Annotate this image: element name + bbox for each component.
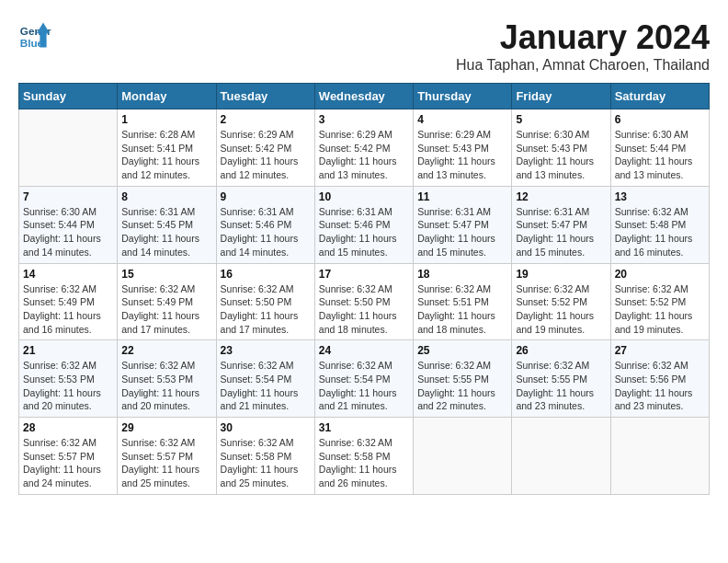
calendar-cell: 15Sunrise: 6:32 AMSunset: 5:49 PMDayligh…: [118, 263, 216, 340]
day-info: Sunrise: 6:32 AMSunset: 5:51 PMDaylight:…: [417, 282, 507, 337]
day-number: 21: [23, 344, 113, 357]
day-info: Sunrise: 6:30 AMSunset: 5:44 PMDaylight:…: [23, 205, 113, 259]
logo-icon: General Blue: [18, 18, 51, 52]
calendar-cell: [512, 418, 610, 495]
day-number: 9: [221, 190, 311, 203]
day-number: 5: [516, 113, 606, 126]
day-number: 31: [319, 421, 409, 434]
day-info: Sunrise: 6:32 AMSunset: 5:48 PMDaylight:…: [615, 205, 705, 259]
day-info: Sunrise: 6:32 AMSunset: 5:58 PMDaylight:…: [221, 436, 311, 490]
day-header-wednesday: Wednesday: [314, 84, 413, 109]
day-number: 7: [23, 190, 113, 203]
day-info: Sunrise: 6:30 AMSunset: 5:43 PMDaylight:…: [516, 128, 606, 182]
day-info: Sunrise: 6:32 AMSunset: 5:53 PMDaylight:…: [23, 359, 113, 413]
calendar-cell: 11Sunrise: 6:31 AMSunset: 5:47 PMDayligh…: [414, 186, 512, 263]
calendar-cell: 27Sunrise: 6:32 AMSunset: 5:56 PMDayligh…: [610, 340, 709, 418]
day-info: Sunrise: 6:32 AMSunset: 5:52 PMDaylight:…: [516, 282, 606, 337]
day-number: 8: [121, 190, 211, 203]
calendar-cell: 4Sunrise: 6:29 AMSunset: 5:43 PMDaylight…: [414, 109, 512, 187]
calendar-cell: [19, 109, 118, 187]
calendar-cell: 8Sunrise: 6:31 AMSunset: 5:45 PMDaylight…: [118, 186, 216, 263]
calendar-cell: 6Sunrise: 6:30 AMSunset: 5:44 PMDaylight…: [610, 109, 709, 187]
day-info: Sunrise: 6:32 AMSunset: 5:56 PMDaylight:…: [615, 359, 705, 413]
day-number: 15: [121, 268, 211, 281]
day-header-monday: Monday: [118, 84, 216, 109]
day-info: Sunrise: 6:29 AMSunset: 5:42 PMDaylight:…: [319, 128, 409, 182]
day-header-thursday: Thursday: [414, 84, 512, 109]
month-title: January 2024: [456, 18, 710, 57]
day-number: 30: [221, 421, 311, 434]
day-info: Sunrise: 6:32 AMSunset: 5:49 PMDaylight:…: [121, 282, 211, 337]
day-info: Sunrise: 6:31 AMSunset: 5:47 PMDaylight:…: [417, 205, 507, 259]
calendar-cell: [610, 418, 709, 495]
day-number: 2: [221, 113, 311, 126]
day-info: Sunrise: 6:32 AMSunset: 5:57 PMDaylight:…: [23, 436, 113, 490]
calendar-cell: 22Sunrise: 6:32 AMSunset: 5:53 PMDayligh…: [118, 340, 216, 418]
calendar-cell: 3Sunrise: 6:29 AMSunset: 5:42 PMDaylight…: [314, 109, 413, 187]
day-info: Sunrise: 6:31 AMSunset: 5:47 PMDaylight:…: [516, 205, 606, 259]
calendar-cell: 26Sunrise: 6:32 AMSunset: 5:55 PMDayligh…: [512, 340, 610, 418]
calendar-cell: 28Sunrise: 6:32 AMSunset: 5:57 PMDayligh…: [19, 418, 118, 495]
calendar-cell: 31Sunrise: 6:32 AMSunset: 5:58 PMDayligh…: [314, 418, 413, 495]
day-number: 25: [417, 344, 507, 357]
page-header: General Blue January 2024 Hua Taphan, Am…: [18, 18, 710, 74]
title-block: January 2024 Hua Taphan, Amnat Charoen, …: [456, 18, 710, 74]
day-info: Sunrise: 6:32 AMSunset: 5:50 PMDaylight:…: [319, 282, 409, 337]
day-number: 12: [516, 190, 606, 203]
week-row-5: 28Sunrise: 6:32 AMSunset: 5:57 PMDayligh…: [19, 418, 710, 495]
day-number: 29: [121, 421, 211, 434]
day-header-tuesday: Tuesday: [216, 84, 314, 109]
calendar-cell: 30Sunrise: 6:32 AMSunset: 5:58 PMDayligh…: [216, 418, 314, 495]
day-info: Sunrise: 6:31 AMSunset: 5:45 PMDaylight:…: [121, 205, 211, 259]
calendar-cell: 9Sunrise: 6:31 AMSunset: 5:46 PMDaylight…: [216, 186, 314, 263]
day-number: 26: [516, 344, 606, 357]
day-number: 16: [221, 268, 311, 281]
calendar-cell: [414, 418, 512, 495]
day-number: 3: [319, 113, 409, 126]
day-info: Sunrise: 6:29 AMSunset: 5:42 PMDaylight:…: [221, 128, 311, 182]
day-number: 20: [615, 268, 705, 281]
calendar-cell: 24Sunrise: 6:32 AMSunset: 5:54 PMDayligh…: [314, 340, 413, 418]
week-row-3: 14Sunrise: 6:32 AMSunset: 5:49 PMDayligh…: [19, 263, 710, 340]
day-info: Sunrise: 6:30 AMSunset: 5:44 PMDaylight:…: [615, 128, 705, 182]
calendar-cell: 12Sunrise: 6:31 AMSunset: 5:47 PMDayligh…: [512, 186, 610, 263]
calendar-cell: 25Sunrise: 6:32 AMSunset: 5:55 PMDayligh…: [414, 340, 512, 418]
day-info: Sunrise: 6:31 AMSunset: 5:46 PMDaylight:…: [319, 205, 409, 259]
day-info: Sunrise: 6:32 AMSunset: 5:49 PMDaylight:…: [23, 282, 113, 337]
week-row-1: 1Sunrise: 6:28 AMSunset: 5:41 PMDaylight…: [19, 109, 710, 187]
logo: General Blue: [18, 18, 51, 52]
day-info: Sunrise: 6:29 AMSunset: 5:43 PMDaylight:…: [417, 128, 507, 182]
calendar-cell: 7Sunrise: 6:30 AMSunset: 5:44 PMDaylight…: [19, 186, 118, 263]
day-number: 23: [221, 344, 311, 357]
day-number: 10: [319, 190, 409, 203]
calendar-cell: 1Sunrise: 6:28 AMSunset: 5:41 PMDaylight…: [118, 109, 216, 187]
day-number: 24: [319, 344, 409, 357]
day-number: 27: [615, 344, 705, 357]
day-header-saturday: Saturday: [610, 84, 709, 109]
location-title: Hua Taphan, Amnat Charoen, Thailand: [456, 57, 710, 74]
calendar-cell: 23Sunrise: 6:32 AMSunset: 5:54 PMDayligh…: [216, 340, 314, 418]
calendar-cell: 14Sunrise: 6:32 AMSunset: 5:49 PMDayligh…: [19, 263, 118, 340]
calendar-header-row: SundayMondayTuesdayWednesdayThursdayFrid…: [19, 84, 710, 109]
day-number: 13: [615, 190, 705, 203]
calendar-cell: 13Sunrise: 6:32 AMSunset: 5:48 PMDayligh…: [610, 186, 709, 263]
calendar-cell: 16Sunrise: 6:32 AMSunset: 5:50 PMDayligh…: [216, 263, 314, 340]
day-info: Sunrise: 6:32 AMSunset: 5:54 PMDaylight:…: [221, 359, 311, 413]
day-number: 22: [121, 344, 211, 357]
week-row-2: 7Sunrise: 6:30 AMSunset: 5:44 PMDaylight…: [19, 186, 710, 263]
day-number: 17: [319, 268, 409, 281]
day-header-sunday: Sunday: [19, 84, 118, 109]
day-number: 11: [417, 190, 507, 203]
day-info: Sunrise: 6:32 AMSunset: 5:58 PMDaylight:…: [319, 436, 409, 490]
day-number: 19: [516, 268, 606, 281]
calendar-body: 1Sunrise: 6:28 AMSunset: 5:41 PMDaylight…: [19, 109, 710, 495]
day-info: Sunrise: 6:28 AMSunset: 5:41 PMDaylight:…: [121, 128, 211, 182]
day-header-friday: Friday: [512, 84, 610, 109]
day-info: Sunrise: 6:32 AMSunset: 5:55 PMDaylight:…: [516, 359, 606, 413]
day-number: 28: [23, 421, 113, 434]
day-info: Sunrise: 6:32 AMSunset: 5:50 PMDaylight:…: [221, 282, 311, 337]
day-info: Sunrise: 6:31 AMSunset: 5:46 PMDaylight:…: [221, 205, 311, 259]
calendar-cell: 18Sunrise: 6:32 AMSunset: 5:51 PMDayligh…: [414, 263, 512, 340]
calendar-cell: 21Sunrise: 6:32 AMSunset: 5:53 PMDayligh…: [19, 340, 118, 418]
calendar-cell: 10Sunrise: 6:31 AMSunset: 5:46 PMDayligh…: [314, 186, 413, 263]
